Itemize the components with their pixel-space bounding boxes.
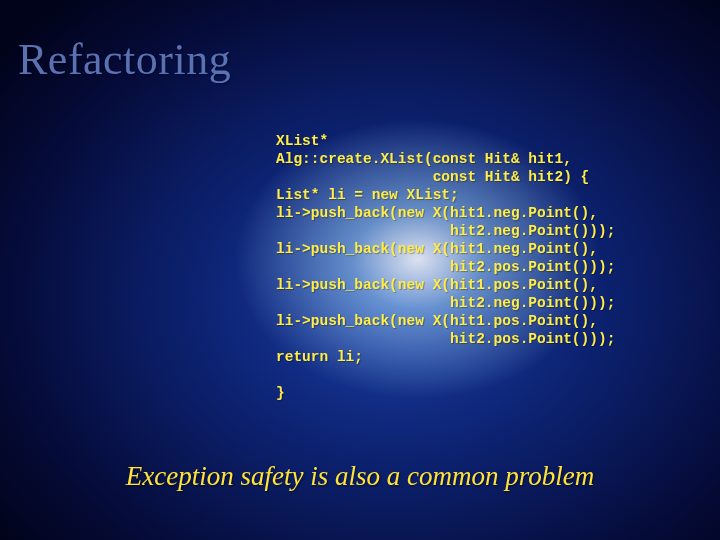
caption: Exception safety is also a common proble… xyxy=(0,461,720,492)
code-block: XList* Alg::create.XList(const Hit& hit1… xyxy=(276,132,615,402)
slide-title: Refactoring xyxy=(18,34,231,85)
slide: Refactoring XList* Alg::create.XList(con… xyxy=(0,0,720,540)
